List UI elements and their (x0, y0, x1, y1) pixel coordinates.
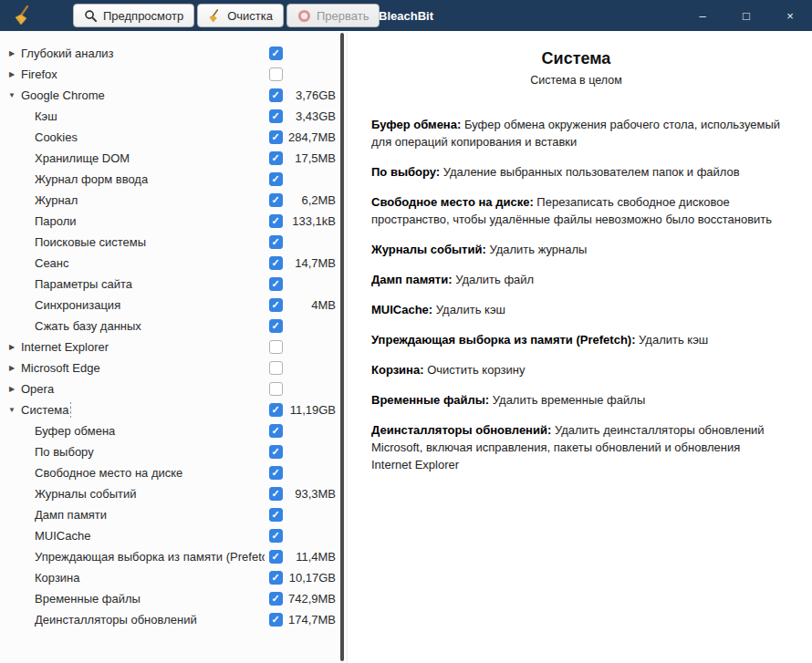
tree-row[interactable]: Хранилище DOM 17,5MB (0, 148, 347, 169)
tree-item-checkbox[interactable] (269, 109, 283, 123)
tree-item-checkbox[interactable] (269, 277, 283, 291)
cleaner-term: Деинсталляторы обновлений: (371, 423, 551, 437)
broom-icon (208, 9, 222, 23)
tree-row[interactable]: Дамп памяти (0, 504, 347, 525)
tree-row[interactable]: Пароли 133,1kB (0, 211, 347, 232)
tree-row[interactable]: Поисковые системы (0, 232, 347, 253)
cleaner-term: Журналы событий: (371, 243, 486, 256)
tree-item-size: 93,3MB (286, 487, 338, 501)
maximize-button[interactable]: □ (741, 10, 752, 22)
tree-row[interactable]: ▼ Google Chrome 3,76GB (0, 85, 347, 106)
tree-item-checkbox[interactable] (269, 298, 283, 312)
tree-item-checkbox[interactable] (269, 88, 283, 102)
cleaner-description: Свободное место на диске: Перезаписать с… (371, 193, 781, 228)
tree-item-checkbox[interactable] (269, 571, 283, 585)
tree-item-checkbox[interactable] (269, 613, 283, 627)
tree-row[interactable]: ▶ Глубокий анализ (0, 43, 347, 64)
tree-item-checkbox[interactable] (269, 235, 283, 249)
tree-item-checkbox[interactable] (269, 487, 283, 501)
tree-item-checkbox[interactable] (269, 445, 283, 459)
stop-circle-icon (297, 9, 311, 23)
tree-item-checkbox[interactable] (269, 319, 283, 333)
tree-row[interactable]: ▶ Firefox (0, 64, 347, 85)
tree-row[interactable]: ▶ Internet Explorer (0, 337, 347, 357)
tree-item-size: 742,9MB (286, 592, 338, 606)
tree-item-checkbox[interactable] (269, 508, 283, 522)
tree-row[interactable]: Cookies 284,7MB (0, 127, 347, 148)
tree-row[interactable]: Упреждающая выборка из памяти (Prefetch)… (0, 546, 347, 567)
expander-icon[interactable]: ▼ (5, 407, 19, 414)
clean-button-label: Очистка (227, 9, 273, 23)
tree-item-size: 11,19GB (286, 403, 338, 417)
tree-item-label: Opera (19, 381, 265, 397)
tree-row[interactable]: Журнал форм ввода (0, 169, 347, 190)
tree-item-size: 4MB (286, 298, 338, 312)
clean-button[interactable]: Очистка (197, 4, 284, 27)
tree-row[interactable]: По выбору (0, 441, 347, 462)
close-button[interactable]: × (785, 10, 796, 22)
expander-icon[interactable]: ▶ (5, 386, 19, 393)
tree-row[interactable]: ▶ Opera (0, 378, 347, 399)
magnifier-icon (84, 9, 98, 23)
tree-item-checkbox[interactable] (269, 361, 283, 375)
cleaner-description: Корзина: Очистить корзину (371, 361, 781, 378)
tree-item-checkbox[interactable] (269, 214, 283, 228)
tree-row[interactable]: Корзина 10,17GB (0, 567, 347, 588)
tree-row[interactable]: Временные файлы 742,9MB (0, 588, 347, 609)
tree-item-checkbox[interactable] (269, 130, 283, 144)
tree-row[interactable]: ▶ Microsoft Edge (0, 357, 347, 378)
tree-item-checkbox[interactable] (269, 193, 283, 207)
tree-item-checkbox[interactable] (269, 529, 283, 543)
expander-icon[interactable]: ▶ (5, 365, 19, 372)
minimize-button[interactable]: – (697, 10, 708, 22)
tree-item-checkbox[interactable] (269, 340, 283, 354)
tree-row[interactable]: Журнал 6,2MB (0, 190, 347, 211)
preview-button[interactable]: Предпросмотр (73, 4, 194, 27)
tree-item-checkbox[interactable] (269, 424, 283, 438)
titlebar[interactable]: Предпросмотр Очистка Прервать (0, 0, 812, 31)
cleaner-description: Дамп памяти: Удалить файл (371, 271, 781, 288)
tree-row[interactable]: Свободное место на диске (0, 462, 347, 483)
tree-item-checkbox[interactable] (269, 172, 283, 186)
tree-item-checkbox[interactable] (269, 550, 283, 564)
tree-item-size: 6,2MB (286, 193, 338, 207)
detail-subtitle: Система в целом (371, 74, 781, 87)
tree-row[interactable]: Параметры сайта (0, 274, 347, 295)
tree-item-checkbox[interactable] (269, 256, 283, 270)
tree-row[interactable]: MUICache (0, 525, 347, 546)
tree-row[interactable]: Деинсталляторы обновлений 174,7MB (0, 609, 347, 630)
tree-row[interactable]: Буфер обмена (0, 420, 347, 441)
tree-row[interactable]: Сеанс 14,7MB (0, 253, 347, 274)
expander-icon[interactable]: ▶ (5, 50, 19, 57)
tree-item-checkbox[interactable] (269, 466, 283, 480)
tree-item-checkbox[interactable] (269, 403, 283, 417)
tree-item-label: Глубокий анализ (19, 46, 265, 61)
tree-item-label: Firefox (19, 67, 265, 82)
tree-item-checkbox[interactable] (269, 47, 283, 60)
tree-item-checkbox[interactable] (269, 151, 283, 165)
tree-scrollbar[interactable] (340, 33, 344, 661)
tree-item-checkbox[interactable] (269, 67, 283, 81)
tree-row[interactable]: Сжать базу данных (0, 316, 347, 337)
abort-button[interactable]: Прервать (286, 4, 380, 27)
cleaner-term: Корзина: (371, 363, 424, 377)
expander-icon[interactable]: ▶ (5, 71, 19, 78)
tree-row[interactable]: Журналы событий 93,3MB (0, 483, 347, 504)
tree-item-checkbox[interactable] (269, 592, 283, 606)
detail-panel: Система Система в целом Буфер обмена: Бу… (347, 31, 812, 663)
cleaner-description: Временные файлы: Удалить временные файлы (371, 391, 781, 409)
tree-row[interactable]: Синхронизация 4MB (0, 295, 347, 316)
tree-row[interactable]: Кэш 3,43GB (0, 106, 347, 127)
expander-icon[interactable]: ▶ (5, 344, 19, 351)
expander-icon[interactable]: ▼ (5, 92, 19, 99)
cleaner-description: Упреждающая выборка из памяти (Prefetch)… (371, 331, 781, 348)
tree-item-checkbox[interactable] (269, 382, 283, 396)
cleaner-desc-text: Удаление выбранных пользователем папок и… (443, 165, 740, 179)
tree-row[interactable]: ▼ Система 11,19GB (0, 399, 347, 420)
tree-item-label: Упреждающая выборка из памяти (Prefetch) (19, 549, 265, 565)
cleaner-term: Дамп памяти: (371, 273, 453, 286)
cleaner-term: Временные файлы: (371, 393, 489, 407)
toolbar: Предпросмотр Очистка Прервать (73, 4, 380, 27)
tree-item-size: 17,5MB (286, 151, 338, 165)
tree-item-label: Сжать базу данных (19, 318, 265, 334)
